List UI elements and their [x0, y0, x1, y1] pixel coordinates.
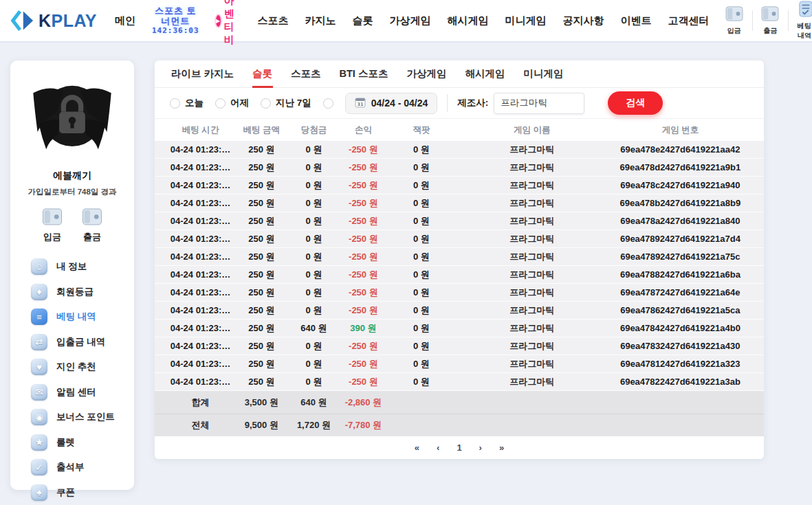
summary-profit-total: -7,780 원	[337, 419, 389, 431]
cell-profit: -250 원	[337, 197, 389, 210]
tab-hash-games[interactable]: 해시게임	[465, 60, 505, 88]
cell-game-number: 69ea47832427d6419221a430	[611, 341, 750, 351]
radio-circle	[215, 98, 226, 109]
page-next-button[interactable]: ›	[479, 442, 482, 453]
nav-slots[interactable]: 슬롯	[353, 14, 373, 27]
table-row: 04-24 01:23:…250 원0 원-250 원0 원프라그마틱69ea4…	[155, 230, 764, 248]
cell-bet-time: 04-24 01:23:…	[168, 251, 232, 262]
cell-bet-amount: 250 원	[232, 287, 291, 299]
sidebar-item-betting-history[interactable]: ≡ 베팅 내역	[31, 304, 134, 330]
nav-virtual-games[interactable]: 가상게임	[390, 14, 431, 27]
nav-events[interactable]: 이벤트	[621, 14, 652, 27]
sidebar-item-notification-center[interactable]: ✉ 알림 센터	[31, 380, 134, 405]
quick-deposit-button[interactable]: 입금	[716, 5, 752, 36]
sidebar-deposit-button[interactable]: 입금	[42, 207, 63, 243]
nav-sports-tournament[interactable]: 스포츠 토너먼트 142:36:03	[152, 6, 199, 36]
page-last-button[interactable]: »	[499, 442, 504, 453]
table-row: 04-24 01:23:…250 원0 원-250 원0 원프라그마틱69ea4…	[155, 373, 764, 391]
cell-game-number: 69ea47812427d6419221a323	[611, 359, 750, 369]
sidebar-item-referral[interactable]: ♥ 지인 추천	[31, 355, 134, 380]
tab-mini-games[interactable]: 미니게임	[523, 60, 563, 88]
cell-profit: -250 원	[337, 161, 389, 174]
radio-circle	[323, 98, 333, 109]
cell-jackpot: 0 원	[389, 358, 453, 370]
deposit-wallet-icon	[42, 207, 63, 229]
table-row: 04-24 01:23:…250 원0 원-250 원0 원프라그마틱69ea4…	[155, 248, 764, 266]
cell-jackpot: 0 원	[389, 161, 453, 174]
coupon-spade-icon: ♠	[31, 484, 47, 501]
table-row: 04-24 01:23:…250 원640 원390 원0 원프라그마틱69ea…	[155, 319, 764, 337]
cell-bet-time: 04-24 01:23:…	[168, 377, 232, 387]
cell-win-amount: 0 원	[291, 269, 338, 281]
sidebar-item-attendance[interactable]: ✓ 출석부	[31, 455, 134, 480]
svg-text:31: 31	[357, 102, 364, 107]
sidebar-menu: ☺ 내 정보 ♦ 회원등급 ≡ 베팅 내역 ⇄ 입출금 내역 ♥ 지인 추천 ✉…	[10, 254, 134, 505]
cell-bet-amount: 250 원	[232, 197, 291, 210]
search-button[interactable]: 검색	[608, 91, 663, 115]
cell-win-amount: 640 원	[291, 322, 338, 335]
sidebar-item-my-info[interactable]: ☺ 내 정보	[31, 254, 134, 280]
manufacturer-label: 제조사:	[457, 97, 488, 109]
cell-bet-time: 04-24 01:23:…	[168, 198, 232, 208]
cell-profit: -250 원	[337, 304, 389, 317]
cell-game-name: 프라그마틱	[453, 304, 610, 317]
cell-game-number: 69ea47892427d6419221a7d4	[611, 234, 750, 244]
nav-sports[interactable]: 스포츠	[258, 14, 289, 27]
nav-notices[interactable]: 공지사항	[563, 14, 604, 27]
nav-aventibi[interactable]: ▶ 아벤티비	[216, 0, 241, 47]
page-number-current[interactable]: 1	[457, 442, 461, 453]
date-range-picker[interactable]: 31 04/24 - 04/24	[345, 93, 438, 114]
radio-custom-range[interactable]	[323, 98, 333, 109]
table-row: 04-24 01:23:…250 원0 원-250 원0 원프라그마틱69ea4…	[155, 212, 764, 230]
quick-withdraw-button[interactable]: 출금	[752, 5, 788, 36]
cell-game-number: 69ea478a2427d6419221a840	[611, 216, 750, 226]
withdraw-wallet-icon	[82, 207, 102, 229]
kplay-logo-text: KPLAY	[39, 11, 97, 31]
sidebar-item-transactions[interactable]: ⇄ 입출금 내역	[31, 330, 134, 355]
cell-jackpot: 0 원	[389, 287, 453, 299]
tab-live-casino[interactable]: 라이브 카지노	[171, 60, 234, 88]
quick-betting-history-button[interactable]: 베팅내역	[789, 1, 812, 41]
cell-profit: -250 원	[337, 144, 389, 156]
sidebar-item-roulette[interactable]: ★ 룰렛	[31, 430, 134, 456]
summary-win-total: 1,720 원	[291, 419, 338, 431]
nav-customer-center[interactable]: 고객센터	[668, 14, 710, 27]
cell-game-name: 프라그마틱	[453, 197, 610, 210]
bonus-points-icon: ◉	[31, 409, 47, 425]
cell-win-amount: 0 원	[291, 251, 338, 263]
cell-game-name: 프라그마틱	[453, 269, 610, 281]
sidebar-item-member-level[interactable]: ♦ 회원등급	[31, 280, 134, 305]
nav-mini-games[interactable]: 미니게임	[505, 14, 547, 27]
cell-jackpot: 0 원	[389, 269, 453, 281]
radio-circle	[261, 98, 271, 109]
sidebar-withdraw-button[interactable]: 출금	[82, 207, 102, 243]
user-icon: ☺	[31, 258, 47, 275]
col-game-number: 게임 번호	[611, 124, 750, 136]
col-jackpot: 잭팟	[389, 124, 453, 136]
nav-hash-games[interactable]: 해시게임	[448, 14, 489, 27]
page-prev-button[interactable]: ‹	[437, 442, 439, 453]
tab-sports[interactable]: 스포츠	[291, 60, 321, 88]
table-row: 04-24 01:23:…250 원0 원-250 원0 원프라그마틱69ea4…	[155, 141, 764, 159]
radio-today[interactable]: 오늘	[170, 97, 204, 109]
sidebar-item-bonus-points[interactable]: ◉ 보너스 포인트	[31, 405, 134, 430]
tab-bti-sports[interactable]: BTI 스포츠	[340, 60, 388, 88]
betting-history-icon: ≡	[31, 308, 47, 325]
cell-profit: -250 원	[337, 340, 389, 352]
sidebar-item-coupon[interactable]: ♠ 쿠폰	[31, 480, 134, 505]
tab-slots[interactable]: 슬롯	[252, 60, 272, 88]
radio-last-7-days[interactable]: 지난 7일	[261, 97, 311, 109]
nav-main[interactable]: 메인	[115, 14, 135, 27]
cell-bet-time: 04-24 01:23:…	[168, 341, 232, 351]
page-first-button[interactable]: «	[415, 442, 419, 453]
tab-virtual-games[interactable]: 가상게임	[406, 60, 446, 88]
cell-bet-amount: 250 원	[232, 233, 291, 245]
col-bet-amount: 베팅 금액	[232, 124, 291, 136]
category-tabs: 라이브 카지노 슬롯 스포츠 BTI 스포츠 가상게임 해시게임 미니게임	[155, 60, 764, 88]
roulette-star-icon: ★	[31, 434, 47, 451]
profile-joined-text: 가입일로부터 748일 경과	[10, 187, 134, 197]
nav-casino[interactable]: 카지노	[305, 14, 336, 27]
radio-yesterday[interactable]: 어제	[215, 97, 249, 109]
kplay-logo[interactable]: KPLAY	[10, 8, 97, 34]
manufacturer-input[interactable]	[494, 93, 584, 114]
